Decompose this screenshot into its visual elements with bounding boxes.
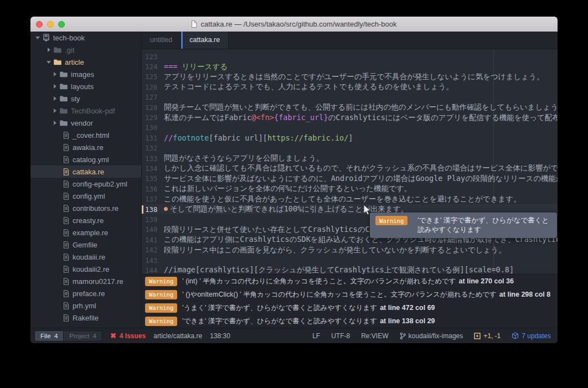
line-ending-indicator[interactable]: LF (312, 332, 320, 340)
line-number[interactable]: 123 (142, 53, 164, 61)
close-button[interactable] (36, 21, 43, 28)
editor-line-134[interactable]: 134しかし入念に確認しても不具合は隠れているもので、それがクラッシュ系の不具合… (142, 163, 558, 173)
tree-item-preface-re[interactable]: preface.re (30, 287, 141, 299)
tree-item-images[interactable]: images (30, 68, 141, 80)
minimize-button[interactable] (47, 21, 54, 28)
encoding-indicator[interactable]: UTF-8 (331, 332, 350, 340)
tree-item-config-yml[interactable]: config.yml (30, 190, 141, 202)
chevron-right-icon[interactable] (52, 108, 58, 113)
lint-message-1[interactable]: Warning' (int) ' 半角カッコの代わりに全角カッコを使うこと。文字… (142, 275, 558, 288)
line-number[interactable]: 138 (142, 205, 164, 214)
tree-item-gemfile[interactable]: Gemfile (30, 239, 141, 251)
cursor-position[interactable]: 138:30 (210, 332, 230, 340)
line-number[interactable]: 124 (142, 63, 164, 71)
tree-item-contributors-re[interactable]: contributors.re (30, 202, 141, 214)
editor-line-128[interactable]: 128開発チームで問題が無いと判断ができても、公開する前には社内の他のメンバーに… (142, 102, 558, 112)
editor-line-131[interactable]: 131//footnote[fabric_url][https://fabric… (142, 133, 558, 143)
editor-line-144[interactable]: 144//image[crashlytics][クラッシュが発生してCrashl… (142, 265, 558, 274)
line-number[interactable]: 133 (142, 154, 164, 163)
editor-line-135[interactable]: 135サービス全体に影響が及ばないようにするのに、Androidアプリの場合はG… (142, 174, 558, 184)
editor-line-137[interactable]: 137この機能を使うと仮に不具合があったとしても全体のユーザーを巻き込むことを避… (142, 194, 558, 204)
editor-line-129[interactable]: 129私達のチームではFabric@<fn>{fabric_url}のCrash… (142, 112, 558, 122)
package-updates[interactable]: 7 updates (512, 332, 551, 340)
line-number[interactable]: 136 (142, 185, 164, 193)
file-path[interactable]: article/cattaka.re (153, 332, 202, 340)
chevron-down-icon[interactable] (46, 59, 51, 65)
chevron-right-icon[interactable] (52, 120, 58, 126)
chevron-down-icon[interactable] (35, 35, 40, 40)
tree-item-sty[interactable]: sty (30, 92, 141, 105)
tree-item-rakefile[interactable]: Rakefile (30, 312, 141, 324)
editor-line-143[interactable]: 143 (142, 255, 558, 265)
tree-root-tech-book[interactable]: tech-book (30, 32, 141, 44)
folder-icon (60, 83, 68, 90)
chevron-right-icon[interactable] (46, 47, 51, 53)
editor-line-125[interactable]: 125アプリをリリースするときは当然のことですがユーザーの手元で不具合が発生しな… (142, 72, 558, 82)
line-number[interactable]: 140 (142, 225, 164, 234)
tree-item-vendor[interactable]: vendor (30, 117, 141, 129)
lint-message-location[interactable]: at line 270 col 36 (459, 277, 514, 285)
project-issues-button[interactable]: Project 4 (64, 330, 102, 342)
line-number[interactable]: 129 (142, 113, 164, 122)
line-number[interactable]: 135 (142, 174, 164, 183)
tree-item-catalog-yml[interactable]: catalog.yml (30, 153, 141, 165)
tree-item-creasty-re[interactable]: creasty.re (30, 214, 141, 226)
tree-item-layouts[interactable]: layouts (30, 80, 141, 92)
line-number[interactable]: 128 (142, 104, 164, 112)
editor-line-124[interactable]: 124=== リリースする (142, 61, 558, 71)
line-number[interactable]: 132 (142, 144, 164, 152)
line-number[interactable]: 143 (142, 256, 164, 265)
tree-item-cattaka-re[interactable]: cattaka.re (30, 165, 141, 178)
tree-item-koudaiii-re[interactable]: koudaiii.re (30, 251, 141, 263)
tree-item-config-epub2-yml[interactable]: config-epub2.yml (30, 178, 141, 190)
file-issues-button[interactable]: File 4 (34, 330, 64, 342)
line-number[interactable]: 144 (142, 266, 164, 274)
tab-untitled[interactable]: untitled (142, 32, 181, 49)
line-number[interactable]: 127 (142, 93, 164, 101)
lint-message-2[interactable]: Warning' ()やonItemClick() ' 半角カッコの代わりに全角… (142, 288, 558, 301)
editor-line-130[interactable]: 130 (142, 123, 558, 133)
editor-line-142[interactable]: 142段階リリース中はこの画面を見ながら、クラッシュが発生していないかを判断する… (142, 245, 558, 255)
editor-line-132[interactable]: 132 (142, 143, 558, 153)
git-branch[interactable]: koudaiii/fix-images (400, 332, 463, 340)
line-number[interactable]: 130 (142, 123, 164, 132)
git-diff-status[interactable]: +1, -1 (474, 332, 501, 340)
tree-item--git[interactable]: .git (30, 44, 141, 56)
tree-item--cover-html[interactable]: _cover.html (30, 129, 141, 141)
chevron-right-icon[interactable] (52, 71, 58, 77)
line-number[interactable]: 141 (142, 236, 164, 244)
tree-item-awakia-re[interactable]: awakia.re (30, 141, 141, 153)
line-number[interactable]: 142 (142, 246, 164, 254)
tree-item-techbook-pdf[interactable]: TechBook-pdf (30, 105, 141, 117)
tree-item-article[interactable]: article (30, 56, 141, 68)
line-number[interactable]: 134 (142, 164, 164, 173)
tree-item-koudaiii2-re[interactable]: koudaiii2.re (30, 263, 141, 275)
line-number[interactable]: 139 (142, 215, 164, 224)
text-editor[interactable]: 123124=== リリースする125アプリをリリースするときは当然のことですが… (142, 49, 558, 274)
editor-line-127[interactable]: 127 (142, 92, 558, 102)
zoom-button[interactable] (58, 21, 65, 28)
title-bar[interactable]: cattaka.re — /Users/takao/src/github.com… (30, 17, 558, 32)
line-number[interactable]: 126 (142, 83, 164, 91)
line-number[interactable]: 131 (142, 134, 164, 142)
tab-cattaka-re[interactable]: cattaka.re (181, 32, 229, 49)
code-segment: [fabric_url][ (209, 133, 267, 142)
issues-count[interactable]: ✖ 4 Issues (110, 332, 146, 340)
line-number[interactable]: 125 (142, 73, 164, 81)
editor-line-126[interactable]: 126テストコードによるテストでも、人力によるテストでも使えるものを使いましょう… (142, 82, 558, 92)
editor-line-133[interactable]: 133問題がなさそうならアプリを公開しましょう。 (142, 153, 558, 163)
lint-message-4[interactable]: Warning'できま' 漢字で書かず、ひらがなで書くと読みやすくなりますat … (142, 314, 558, 328)
lint-message-location[interactable]: at line 138 col 29 (380, 317, 435, 325)
lint-message-3[interactable]: Warning'うまく' 漢字で書かず、ひらがなで書くと読みやすくなりますat … (142, 301, 558, 314)
lint-message-location[interactable]: at line 472 col 69 (380, 304, 435, 312)
lint-message-location[interactable]: at line 298 col 8 (499, 291, 550, 298)
tree-item-mamoru0217-re[interactable]: mamoru0217.re (30, 275, 141, 287)
tree-item-prh-yml[interactable]: prh.yml (30, 299, 141, 312)
editor-line-136[interactable]: 136これは新しいバージョンを全体の何%にだけ公開するといった機能です。 (142, 184, 558, 194)
grammar-indicator[interactable]: Re:VIEW (361, 332, 388, 340)
chevron-right-icon[interactable] (52, 96, 58, 101)
editor-line-123[interactable]: 123 (142, 51, 558, 61)
tree-item-example-re[interactable]: example.re (30, 226, 141, 239)
line-number[interactable]: 137 (142, 195, 164, 203)
chevron-right-icon[interactable] (52, 84, 58, 89)
